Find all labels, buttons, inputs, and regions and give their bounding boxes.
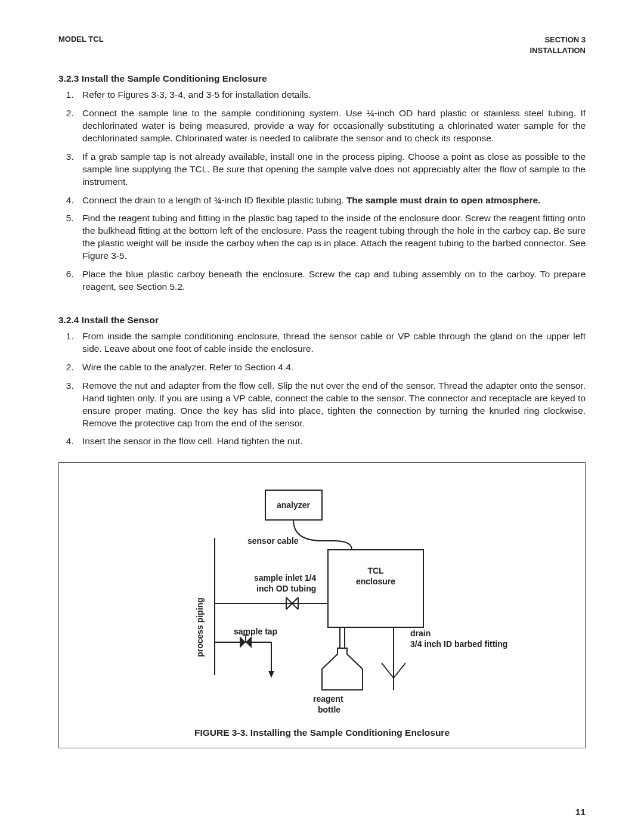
list-item: Place the blue plastic carboy beneath th… xyxy=(76,268,586,293)
section-323-list: Refer to Figures 3-3, 3-4, and 3-5 for i… xyxy=(58,89,586,293)
list-item: Connect the sample line to the sample co… xyxy=(76,107,586,145)
label-reagent-2: bottle xyxy=(318,705,340,714)
header-right: SECTION 3 INSTALLATION xyxy=(530,35,586,55)
header-section: SECTION 3 xyxy=(530,35,586,45)
list-item: Wire the cable to the analyzer. Refer to… xyxy=(76,361,586,374)
section-323-title: 3.2.3 Install the Sample Conditioning En… xyxy=(58,73,586,84)
section-324-title: 3.2.4 Install the Sensor xyxy=(58,315,586,326)
reagent-bottle-icon xyxy=(322,648,363,690)
label-sensor-cable: sensor cable xyxy=(247,536,299,546)
figure-caption: FIGURE 3-3. Installing the Sample Condit… xyxy=(65,727,579,738)
list-item: Insert the sensor in the flow cell. Hand… xyxy=(76,435,586,448)
item4-prefix: Connect the drain to a length of ¾-inch … xyxy=(82,195,346,205)
label-drain-1: drain xyxy=(410,628,431,638)
svg-marker-11 xyxy=(240,636,246,648)
label-analyzer: analyzer xyxy=(277,500,311,510)
label-process-piping: process piping xyxy=(195,598,205,658)
svg-rect-2 xyxy=(328,550,423,627)
label-sample-tap: sample tap xyxy=(234,627,277,636)
label-drain-2: 3/4 inch ID barbed fitting xyxy=(410,639,507,649)
page: MODEL TCL SECTION 3 INSTALLATION 3.2.3 I… xyxy=(0,0,644,833)
list-item: Remove the nut and adapter from the flow… xyxy=(76,380,586,430)
svg-marker-10 xyxy=(268,671,274,678)
page-header: MODEL TCL SECTION 3 INSTALLATION xyxy=(58,35,586,55)
label-reagent-1: reagent xyxy=(313,694,343,704)
sample-tap-valve-icon xyxy=(240,635,252,648)
page-number: 11 xyxy=(575,807,586,817)
svg-line-18 xyxy=(382,663,394,678)
header-left: MODEL TCL xyxy=(58,35,104,55)
svg-line-19 xyxy=(394,663,405,678)
figure-3-3: process piping analyzer sensor cable TCL… xyxy=(58,462,586,748)
svg-marker-12 xyxy=(246,636,252,648)
list-item: Refer to Figures 3-3, 3-4, and 3-5 for i… xyxy=(76,89,586,101)
label-inlet-2: inch OD tubing xyxy=(256,584,316,593)
section-324-list: From inside the sample conditioning encl… xyxy=(58,330,586,448)
list-item: If a grab sample tap is not already avai… xyxy=(76,151,586,188)
list-item: Connect the drain to a length of ¾-inch … xyxy=(76,194,586,207)
list-item: From inside the sample conditioning encl… xyxy=(76,330,586,355)
diagram-svg: process piping analyzer sensor cable TCL… xyxy=(113,484,531,723)
list-item: Find the reagent tubing and fitting in t… xyxy=(76,212,586,262)
item4-bold: The sample must drain to open atmosphere… xyxy=(346,195,541,205)
label-inlet-1: sample inlet 1/4 xyxy=(254,573,316,583)
label-tcl-1: TCL xyxy=(367,566,384,575)
header-subsection: INSTALLATION xyxy=(530,45,586,56)
label-tcl-2: enclosure xyxy=(356,577,395,586)
